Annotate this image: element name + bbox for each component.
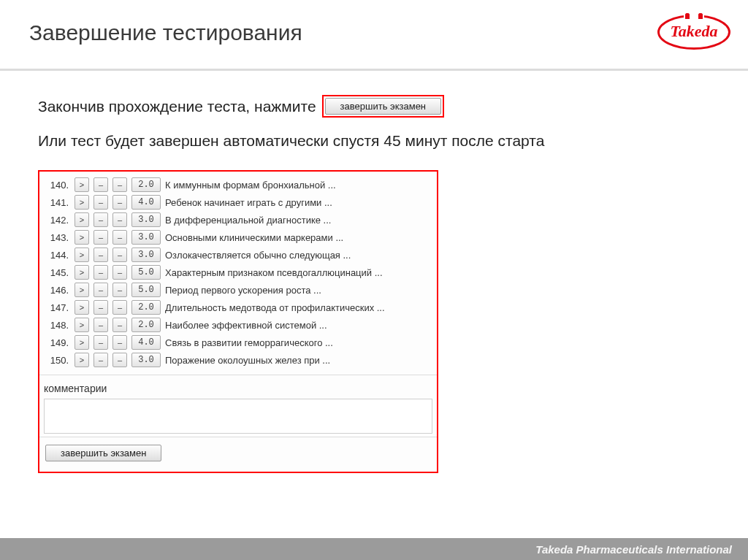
- goto-question-button[interactable]: >: [75, 300, 89, 315]
- question-text: Характерным признаком псевдогаллюцинаций…: [165, 267, 432, 278]
- goto-question-button[interactable]: >: [75, 230, 89, 245]
- minus-button[interactable]: –: [112, 230, 127, 245]
- minus-button[interactable]: –: [112, 353, 127, 367]
- score-button[interactable]: 2.0: [131, 177, 161, 192]
- question-row: 144.>––3.0Озлокачествляется обычно следу…: [44, 246, 432, 264]
- score-button[interactable]: 2.0: [131, 300, 161, 315]
- question-row: 149.>––4.0Связь в развитии геморрагическ…: [44, 334, 432, 351]
- panel-footer: завершить экзамен: [39, 437, 437, 472]
- question-text: Длительность медотвода от профилактическ…: [165, 302, 432, 313]
- minus-button[interactable]: –: [112, 248, 127, 262]
- goto-question-button[interactable]: >: [75, 212, 89, 227]
- minus-button[interactable]: –: [112, 283, 127, 297]
- logo-text: Takeda: [670, 22, 717, 41]
- minus-button[interactable]: –: [94, 300, 108, 315]
- question-number: 144.: [44, 250, 70, 261]
- question-number: 148.: [44, 320, 70, 331]
- question-row: 145.>––5.0Характерным признаком псевдога…: [44, 264, 432, 281]
- question-text: Связь в развитии геморрагического ...: [165, 337, 432, 348]
- minus-button[interactable]: –: [94, 353, 108, 367]
- score-button[interactable]: 3.0: [131, 230, 161, 245]
- minus-button[interactable]: –: [94, 283, 108, 297]
- question-number: 150.: [44, 355, 70, 366]
- takeda-logo: Takeda: [657, 15, 730, 50]
- minus-button[interactable]: –: [112, 300, 127, 315]
- content-area: Закончив прохождение теста, нажмите заве…: [38, 95, 726, 473]
- minus-button[interactable]: –: [94, 265, 108, 280]
- footer-company: Takeda Pharmaceuticals International: [535, 543, 732, 556]
- minus-button[interactable]: –: [94, 212, 108, 227]
- score-button[interactable]: 2.0: [131, 318, 161, 332]
- minus-button[interactable]: –: [94, 230, 108, 245]
- question-row: 147.>––2.0Длительность медотвода от проф…: [44, 299, 432, 316]
- question-text: К иммунным формам бронхиальной ...: [165, 180, 432, 191]
- instruction-text-1: Закончив прохождение теста, нажмите: [38, 98, 316, 115]
- question-row: 143.>––3.0Основными клиническими маркера…: [44, 229, 432, 246]
- question-number: 146.: [44, 285, 70, 296]
- score-button[interactable]: 3.0: [131, 212, 161, 227]
- instruction-line-1: Закончив прохождение теста, нажмите заве…: [38, 95, 726, 118]
- question-row: 148.>––2.0Наиболее эффективной системой …: [44, 316, 432, 334]
- goto-question-button[interactable]: >: [75, 283, 89, 297]
- minus-button[interactable]: –: [94, 318, 108, 332]
- goto-question-button[interactable]: >: [75, 195, 89, 210]
- minus-button[interactable]: –: [112, 177, 127, 192]
- question-text: Ребенок начинает играть с другими ...: [165, 197, 432, 208]
- question-text: Озлокачествляется обычно следующая ...: [165, 250, 432, 261]
- question-number: 149.: [44, 337, 70, 348]
- question-row: 140.>––2.0К иммунным формам бронхиальной…: [44, 176, 432, 193]
- goto-question-button[interactable]: >: [75, 353, 89, 367]
- goto-question-button[interactable]: >: [75, 265, 89, 280]
- question-row: 146.>––5.0Период первого ускорения роста…: [44, 281, 432, 299]
- question-number: 141.: [44, 197, 70, 208]
- question-row: 141.>––4.0Ребенок начинает играть с друг…: [44, 193, 432, 211]
- finish-exam-button-top[interactable]: завершить экзамен: [325, 98, 441, 115]
- question-text: Наиболее эффективной системой ...: [165, 320, 432, 331]
- minus-button[interactable]: –: [94, 177, 108, 192]
- minus-button[interactable]: –: [112, 335, 127, 350]
- question-text: Период первого ускорения роста ...: [165, 285, 432, 296]
- comments-label: комментарии: [44, 383, 432, 394]
- footer-bar: Takeda Pharmaceuticals International: [0, 538, 748, 560]
- finish-button-highlight: завершить экзамен: [322, 95, 444, 118]
- score-button[interactable]: 5.0: [131, 265, 161, 280]
- question-list: 140.>––2.0К иммунным формам бронхиальной…: [39, 172, 437, 375]
- minus-button[interactable]: –: [112, 212, 127, 227]
- page-title: Завершение тестирования: [29, 20, 302, 45]
- minus-button[interactable]: –: [112, 318, 127, 332]
- comments-input[interactable]: [44, 399, 432, 434]
- minus-button[interactable]: –: [94, 195, 108, 210]
- goto-question-button[interactable]: >: [75, 248, 89, 262]
- question-number: 140.: [44, 180, 70, 191]
- question-text: В дифференциальной диагностике ...: [165, 215, 432, 226]
- finish-exam-button-bottom[interactable]: завершить экзамен: [45, 445, 161, 461]
- question-text: Поражение околоушных желез при ...: [165, 355, 432, 366]
- minus-button[interactable]: –: [112, 195, 127, 210]
- goto-question-button[interactable]: >: [75, 335, 89, 350]
- minus-button[interactable]: –: [112, 265, 127, 280]
- score-button[interactable]: 3.0: [131, 248, 161, 262]
- question-row: 142.>––3.0В дифференциальной диагностике…: [44, 211, 432, 229]
- question-row: 150.>––3.0Поражение околоушных желез при…: [44, 351, 432, 369]
- question-text: Основными клиническими маркерами ...: [165, 232, 432, 243]
- score-button[interactable]: 4.0: [131, 335, 161, 350]
- question-number: 142.: [44, 215, 70, 226]
- score-button[interactable]: 3.0: [131, 353, 161, 367]
- comments-section: комментарии: [39, 375, 437, 437]
- goto-question-button[interactable]: >: [75, 177, 89, 192]
- minus-button[interactable]: –: [94, 335, 108, 350]
- header: Завершение тестирования Takeda: [0, 0, 748, 71]
- score-button[interactable]: 5.0: [131, 283, 161, 297]
- minus-button[interactable]: –: [94, 248, 108, 262]
- question-number: 145.: [44, 267, 70, 278]
- goto-question-button[interactable]: >: [75, 318, 89, 332]
- test-panel: 140.>––2.0К иммунным формам бронхиальной…: [38, 170, 438, 473]
- question-number: 147.: [44, 302, 70, 313]
- question-number: 143.: [44, 232, 70, 243]
- score-button[interactable]: 4.0: [131, 195, 161, 210]
- instruction-text-2: Или тест будет завершен автоматически сп…: [38, 132, 726, 150]
